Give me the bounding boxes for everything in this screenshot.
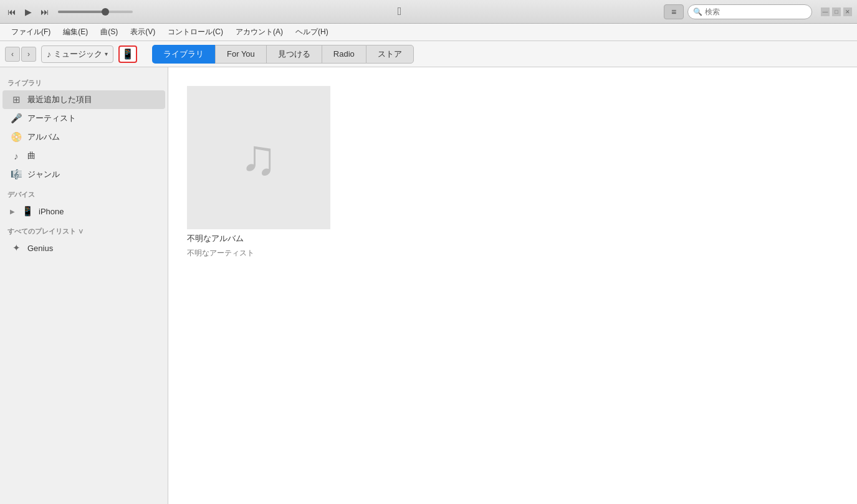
iphone-sidebar-icon: 📱 bbox=[21, 206, 34, 217]
title-bar: ⏮ ▶ ⏭  ≡ 🔍 — □ ✕ bbox=[0, 0, 857, 24]
library-section-title: ライブラリ bbox=[0, 72, 168, 90]
play-button[interactable]: ▶ bbox=[22, 6, 34, 18]
content-area: ♫ 不明なアルバム 不明なアーティスト bbox=[168, 67, 857, 504]
sidebar-item-genres[interactable]: 🎼 ジャンル bbox=[2, 165, 165, 184]
sidebar-item-songs[interactable]: ♪ 曲 bbox=[2, 146, 165, 165]
iphone-chevron-icon: ▶ bbox=[10, 208, 15, 215]
artists-label: アーティスト bbox=[27, 113, 76, 124]
progress-thumb bbox=[102, 8, 109, 16]
main-area: ライブラリ ⊞ 最近追加した項目 🎤 アーティスト 📀 アルバム ♪ 曲 🎼 ジ… bbox=[0, 67, 857, 504]
rewind-button[interactable]: ⏮ bbox=[5, 6, 19, 18]
tab-radio[interactable]: Radio bbox=[322, 45, 366, 64]
search-icon: 🔍 bbox=[693, 7, 702, 16]
album-title: 不明なアルバム bbox=[187, 233, 330, 244]
album-item[interactable]: ♫ 不明なアルバム 不明なアーティスト bbox=[187, 86, 330, 259]
title-bar-center:  bbox=[135, 5, 664, 18]
iphone-label: iPhone bbox=[39, 207, 64, 216]
music-note-icon: ♪ bbox=[47, 49, 51, 59]
iphone-icon: 📱 bbox=[122, 48, 134, 60]
menu-help[interactable]: ヘルプ(H) bbox=[289, 24, 335, 40]
album-art-icon: ♫ bbox=[240, 129, 277, 186]
iphone-button[interactable]: 📱 bbox=[118, 45, 137, 63]
title-bar-right: ≡ 🔍 — □ ✕ bbox=[664, 4, 852, 19]
close-button[interactable]: ✕ bbox=[843, 7, 852, 16]
list-view-button[interactable]: ≡ bbox=[664, 4, 684, 19]
search-box[interactable]: 🔍 bbox=[687, 4, 812, 19]
apple-logo-icon:  bbox=[398, 5, 402, 18]
albums-label: アルバム bbox=[27, 131, 60, 143]
playlists-section-title[interactable]: すべてのプレイリスト ∨ bbox=[0, 221, 168, 239]
album-artist: 不明なアーティスト bbox=[187, 248, 330, 259]
window-controls: — □ ✕ bbox=[821, 7, 852, 16]
albums-icon: 📀 bbox=[10, 131, 22, 143]
menu-controls[interactable]: コントロール(C) bbox=[161, 24, 229, 40]
music-selector-label: ミュージック bbox=[54, 49, 102, 60]
menu-track[interactable]: 曲(S) bbox=[94, 24, 124, 40]
dropdown-arrow-icon: ▾ bbox=[105, 50, 108, 57]
title-bar-left: ⏮ ▶ ⏭ bbox=[5, 6, 135, 18]
genres-icon: 🎼 bbox=[10, 169, 22, 180]
back-button[interactable]: ‹ bbox=[5, 47, 20, 62]
progress-bar[interactable] bbox=[58, 11, 133, 13]
genius-icon: ✦ bbox=[10, 242, 22, 254]
search-input[interactable] bbox=[705, 7, 805, 16]
recent-icon: ⊞ bbox=[10, 94, 22, 105]
maximize-button[interactable]: □ bbox=[832, 7, 841, 16]
genius-label: Genius bbox=[27, 244, 53, 253]
minimize-button[interactable]: — bbox=[821, 7, 830, 16]
menu-file[interactable]: ファイル(F) bbox=[5, 24, 57, 40]
progress-fill bbox=[58, 11, 103, 13]
music-selector[interactable]: ♪ ミュージック ▾ bbox=[41, 45, 113, 63]
forward-button[interactable]: ⏭ bbox=[38, 6, 52, 18]
tab-discover[interactable]: 見つける bbox=[266, 45, 322, 64]
tab-for-you[interactable]: For You bbox=[215, 45, 266, 64]
recent-label: 最近追加した項目 bbox=[27, 94, 92, 105]
genres-label: ジャンル bbox=[27, 169, 60, 180]
tab-library[interactable]: ライブラリ bbox=[152, 45, 215, 64]
songs-icon: ♪ bbox=[10, 151, 22, 161]
tab-group: ライブラリ For You 見つける Radio ストア bbox=[152, 45, 414, 64]
album-grid: ♫ 不明なアルバム 不明なアーティスト bbox=[187, 86, 838, 259]
menu-bar: ファイル(F) 編集(E) 曲(S) 表示(V) コントロール(C) アカウント… bbox=[0, 24, 857, 41]
album-art: ♫ bbox=[187, 86, 330, 229]
songs-label: 曲 bbox=[27, 150, 36, 161]
sidebar: ライブラリ ⊞ 最近追加した項目 🎤 アーティスト 📀 アルバム ♪ 曲 🎼 ジ… bbox=[0, 67, 168, 504]
sidebar-item-recent[interactable]: ⊞ 最近追加した項目 bbox=[2, 90, 165, 109]
sidebar-item-genius[interactable]: ✦ Genius bbox=[2, 239, 165, 257]
forward-button-nav[interactable]: › bbox=[21, 47, 36, 62]
artists-icon: 🎤 bbox=[10, 113, 22, 124]
tab-store[interactable]: ストア bbox=[366, 45, 414, 64]
sidebar-item-albums[interactable]: 📀 アルバム bbox=[2, 128, 165, 146]
menu-view[interactable]: 表示(V) bbox=[124, 24, 161, 40]
menu-edit[interactable]: 編集(E) bbox=[57, 24, 94, 40]
sidebar-item-iphone[interactable]: ▶ 📱 iPhone bbox=[2, 202, 165, 221]
sidebar-item-artists[interactable]: 🎤 アーティスト bbox=[2, 109, 165, 128]
nav-arrows: ‹ › bbox=[5, 47, 36, 62]
nav-bar: ‹ › ♪ ミュージック ▾ 📱 ライブラリ For You 見つける Radi… bbox=[0, 41, 857, 67]
menu-account[interactable]: アカウント(A) bbox=[229, 24, 289, 40]
devices-section-title: デバイス bbox=[0, 184, 168, 202]
